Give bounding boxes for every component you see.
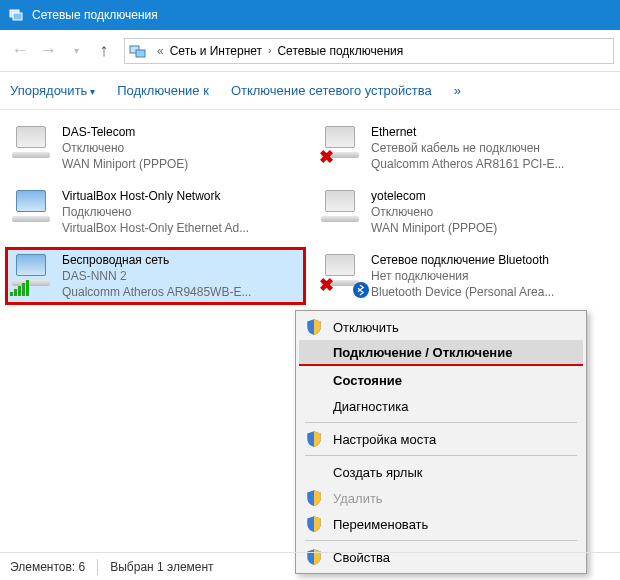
menu-icon-placeholder	[305, 371, 323, 389]
disconnected-x-icon: ✖	[319, 146, 334, 168]
breadcrumb-part-2[interactable]: Сетевые подключения	[277, 44, 403, 58]
connection-device: Bluetooth Device (Personal Area...	[371, 284, 554, 300]
content-area: DAS-TelecomОтключеноWAN Miniport (PPPOE)…	[0, 110, 620, 550]
app-icon	[8, 7, 24, 23]
adapter-icon: ✖	[319, 252, 367, 296]
connection-status: Сетевой кабель не подключен	[371, 140, 564, 156]
context-menu-item[interactable]: Состояние	[299, 367, 583, 393]
nav-bar: ← → ▾ ↑ « Сеть и Интернет › Сетевые подк…	[0, 30, 620, 72]
context-menu-separator	[305, 422, 577, 423]
network-icon	[129, 42, 147, 60]
disconnected-x-icon: ✖	[319, 274, 334, 296]
uac-shield-icon	[305, 515, 323, 533]
chevron-right-icon[interactable]: ›	[262, 45, 277, 56]
adapter-icon	[319, 188, 367, 232]
connection-item[interactable]: ✖EthernetСетевой кабель не подключенQual…	[315, 120, 614, 176]
connection-device: Qualcomm Atheros AR8161 PCI-E...	[371, 156, 564, 172]
context-menu-label: Переименовать	[333, 517, 575, 532]
status-count: Элементов: 6	[10, 560, 85, 574]
context-menu-label: Отключить	[333, 320, 575, 335]
connection-device: WAN Miniport (PPPOE)	[371, 220, 497, 236]
adapter-icon	[10, 188, 58, 232]
context-menu-label: Удалить	[333, 491, 575, 506]
wifi-signal-icon	[10, 280, 29, 296]
connection-title: yotelecom	[371, 188, 497, 204]
connection-item[interactable]: VirtualBox Host-Only NetworkПодключеноVi…	[6, 184, 305, 240]
context-menu-item[interactable]: Настройка моста	[299, 426, 583, 452]
connection-device: Qualcomm Atheros AR9485WB-E...	[62, 284, 251, 300]
bluetooth-icon	[353, 282, 369, 298]
connection-item[interactable]: DAS-TelecomОтключеноWAN Miniport (PPPOE)	[6, 120, 305, 176]
disable-device-button[interactable]: Отключение сетевого устройства	[231, 83, 432, 98]
connections-grid: DAS-TelecomОтключеноWAN Miniport (PPPOE)…	[6, 120, 614, 304]
command-bar: Упорядочить Подключение к Отключение сет…	[0, 72, 620, 110]
adapter-icon	[10, 124, 58, 168]
menu-icon-placeholder	[305, 397, 323, 415]
context-menu-item[interactable]: Диагностика	[299, 393, 583, 419]
connection-status: Отключено	[371, 204, 497, 220]
status-selection: Выбран 1 элемент	[110, 560, 213, 574]
connection-status: Нет подключения	[371, 268, 554, 284]
connection-title: Сетевое подключение Bluetooth	[371, 252, 554, 268]
connection-status: Подключено	[62, 204, 249, 220]
connect-to-button[interactable]: Подключение к	[117, 83, 209, 98]
uac-shield-icon	[305, 318, 323, 336]
nav-recent-dropdown[interactable]: ▾	[62, 37, 90, 65]
connection-item[interactable]: Беспроводная сетьDAS-NNN 2Qualcomm Ather…	[6, 248, 305, 304]
connection-device: WAN Miniport (PPPOE)	[62, 156, 188, 172]
connection-title: Беспроводная сеть	[62, 252, 251, 268]
menu-icon-placeholder	[305, 343, 323, 361]
svg-rect-3	[136, 50, 145, 57]
context-menu-label: Подключение / Отключение	[333, 345, 575, 360]
context-menu-separator	[305, 455, 577, 456]
nav-up-button[interactable]: ↑	[90, 37, 118, 65]
breadcrumb-part-1[interactable]: Сеть и Интернет	[170, 44, 262, 58]
connection-title: VirtualBox Host-Only Network	[62, 188, 249, 204]
window-title: Сетевые подключения	[32, 8, 158, 22]
context-menu-item[interactable]: Отключить	[299, 314, 583, 340]
context-menu-item: Удалить	[299, 485, 583, 511]
menu-icon-placeholder	[305, 463, 323, 481]
breadcrumb-bar[interactable]: « Сеть и Интернет › Сетевые подключения	[124, 38, 614, 64]
connection-title: DAS-Telecom	[62, 124, 188, 140]
context-menu-separator	[305, 540, 577, 541]
uac-shield-icon	[305, 489, 323, 507]
adapter-icon	[10, 252, 58, 296]
connection-item[interactable]: yotelecomОтключеноWAN Miniport (PPPOE)	[315, 184, 614, 240]
organize-menu[interactable]: Упорядочить	[10, 83, 95, 98]
uac-shield-icon	[305, 430, 323, 448]
title-bar: Сетевые подключения	[0, 0, 620, 30]
svg-rect-1	[13, 13, 22, 20]
connection-status: DAS-NNN 2	[62, 268, 251, 284]
context-menu-label: Диагностика	[333, 399, 575, 414]
connection-status: Отключено	[62, 140, 188, 156]
nav-forward-button: →	[34, 37, 62, 65]
context-menu-item[interactable]: Подключение / Отключение	[299, 340, 583, 366]
connection-title: Ethernet	[371, 124, 564, 140]
toolbar-overflow[interactable]: »	[454, 83, 461, 98]
nav-back-button[interactable]: ←	[6, 37, 34, 65]
adapter-icon: ✖	[319, 124, 367, 168]
breadcrumb-overflow[interactable]: «	[151, 44, 170, 58]
status-bar: Элементов: 6 Выбран 1 элемент	[0, 552, 620, 580]
context-menu-label: Создать ярлык	[333, 465, 575, 480]
context-menu-label: Настройка моста	[333, 432, 575, 447]
connection-item[interactable]: ✖Сетевое подключение BluetoothНет подклю…	[315, 248, 614, 304]
context-menu-label: Состояние	[333, 373, 575, 388]
context-menu-item[interactable]: Переименовать	[299, 511, 583, 537]
context-menu-item[interactable]: Создать ярлык	[299, 459, 583, 485]
connection-device: VirtualBox Host-Only Ethernet Ad...	[62, 220, 249, 236]
status-separator	[97, 559, 98, 575]
context-menu: ОтключитьПодключение / ОтключениеСостоян…	[295, 310, 587, 574]
